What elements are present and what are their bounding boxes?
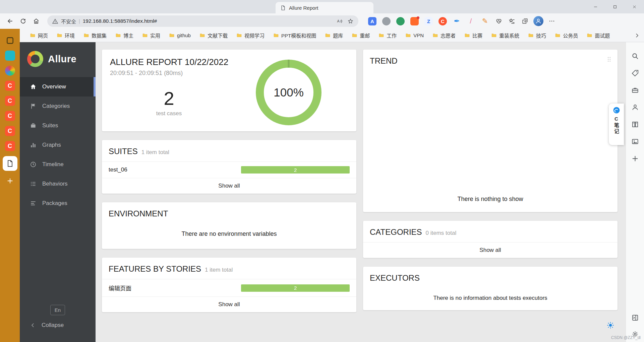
sidebar-item-categories[interactable]: Categories — [20, 96, 96, 116]
profile-avatar[interactable] — [533, 16, 543, 26]
sidebar-item-graphs[interactable]: Graphs — [20, 135, 96, 155]
bookmarks-overflow-icon[interactable] — [634, 32, 640, 39]
teal-app-icon[interactable] — [5, 51, 15, 61]
contacts-icon[interactable] — [631, 104, 639, 111]
folder-icon — [378, 32, 384, 38]
refresh-button[interactable] — [17, 15, 29, 27]
categories-show-all[interactable]: Show all — [363, 242, 618, 258]
quill-ext-icon[interactable]: ✎ — [481, 17, 489, 25]
bookmark-label: 志愿者 — [441, 32, 456, 39]
bookmark-folder[interactable]: 志愿者 — [432, 32, 456, 39]
security-warning-icon[interactable] — [52, 18, 58, 24]
favorites-icon[interactable] — [506, 15, 518, 27]
sidebar-item-packages[interactable]: Packages — [20, 194, 96, 213]
search-icon[interactable] — [631, 52, 639, 60]
suite-name: test_06 — [109, 166, 241, 173]
report-content: ALLURE REPORT 10/22/2022 20:09:51 - 20:0… — [96, 42, 626, 342]
document-app-icon[interactable] — [3, 156, 17, 171]
translate-ext-icon[interactable]: A — [368, 17, 376, 25]
collapse-button[interactable]: Collapse — [20, 322, 96, 342]
close-button[interactable] — [625, 0, 644, 13]
csdn-ext-icon[interactable]: C — [438, 17, 447, 25]
feature-row[interactable]: 编辑页面 2 — [102, 279, 356, 296]
bookmark-folder[interactable]: 工作 — [378, 32, 397, 39]
executors-header: EXECUTORS — [363, 267, 618, 288]
orange-ext-icon[interactable] — [410, 17, 419, 25]
note-widget[interactable]: C笔记 — [609, 104, 624, 145]
pink-ext-icon[interactable]: / — [467, 17, 475, 25]
toolbox-icon[interactable] — [631, 86, 639, 94]
testcase-stat: 2 test cases — [141, 89, 196, 117]
browser-toolbar: 不安全 | 192.168.80.1:58857/index.html# A A… — [0, 13, 644, 29]
bookmark-folder[interactable]: 网页 — [30, 32, 48, 39]
csdn-app-icon-2[interactable]: C — [5, 96, 15, 106]
add-sidebar-app-icon[interactable] — [631, 155, 639, 162]
features-show-all[interactable]: Show all — [102, 296, 356, 312]
bookmark-folder[interactable]: 视频学习 — [236, 32, 265, 39]
bookmark-folder[interactable]: 重邮 — [352, 32, 370, 39]
bookmark-folder[interactable]: 环境 — [57, 32, 75, 39]
sidebar-item-overview[interactable]: Overview — [20, 77, 96, 96]
back-button[interactable] — [4, 15, 16, 27]
z-ext-icon[interactable]: Z — [424, 17, 433, 25]
read-aloud-icon[interactable]: A — [336, 18, 343, 24]
maximize-button[interactable] — [605, 0, 625, 13]
bookmark-folder[interactable]: 公务员 — [555, 32, 578, 39]
folder-icon — [405, 32, 411, 38]
sidebar-item-behaviors[interactable]: Behaviors — [20, 174, 96, 194]
home-button[interactable] — [30, 15, 42, 27]
bookmark-folder[interactable]: 数据集 — [83, 32, 107, 39]
folder-icon — [464, 32, 470, 38]
bookmark-folder[interactable]: PPT模板和视图 — [273, 32, 316, 39]
flag-icon — [30, 103, 37, 110]
language-button[interactable]: En — [50, 305, 65, 315]
browser-essentials-icon[interactable] — [493, 15, 505, 27]
csdn-app-icon-1[interactable]: C — [5, 81, 15, 91]
minimize-button[interactable] — [586, 0, 605, 13]
bookmark-folder[interactable]: VPN — [405, 32, 424, 38]
open-sidebar-icon[interactable] — [631, 314, 639, 322]
bookmark-folder[interactable]: 技巧 — [528, 32, 546, 39]
add-app-icon[interactable] — [5, 176, 15, 186]
bookmark-folder[interactable]: 题库 — [325, 32, 343, 39]
more-menu-icon[interactable] — [546, 15, 558, 27]
suite-row[interactable]: test_06 2 — [102, 161, 356, 178]
sidebar-item-suites[interactable]: Suites — [20, 116, 96, 135]
bookmark-folder[interactable]: 重装系统 — [491, 32, 519, 39]
trend-header: TREND — [363, 50, 618, 71]
tag-icon[interactable] — [631, 69, 639, 77]
address-bar[interactable]: 不安全 | 192.168.80.1:58857/index.html# A — [47, 15, 358, 27]
bookmark-folder[interactable]: 文献下载 — [199, 32, 228, 39]
feather-ext-icon[interactable]: ✒ — [453, 17, 461, 25]
tab-title: Allure Report — [289, 5, 318, 11]
screenshot-icon[interactable] — [631, 138, 639, 145]
green-ext-icon[interactable] — [396, 17, 405, 25]
brand-name: Allure — [48, 54, 76, 65]
csdn-app-icon-3[interactable]: C — [5, 111, 15, 121]
drag-handle-icon[interactable] — [605, 56, 613, 63]
gray-ext-icon[interactable] — [382, 17, 391, 25]
favorite-star-icon[interactable] — [347, 18, 354, 24]
features-header: FEATURES BY STORIES 1 item total — [102, 258, 356, 279]
feature-passed-count: 2 — [294, 285, 297, 291]
bullets-icon — [30, 181, 37, 187]
workspaces-icon[interactable] — [5, 36, 15, 46]
bookmark-folder[interactable]: 实用 — [142, 32, 160, 39]
pass-rate-donut[interactable]: 100% — [255, 59, 322, 126]
library-icon[interactable] — [631, 121, 639, 128]
sidebar-item-timeline[interactable]: Timeline — [20, 155, 96, 174]
bookmark-folder[interactable]: 比赛 — [464, 32, 482, 39]
brightness-sun-icon[interactable] — [606, 321, 614, 329]
colorful-app-icon[interactable] — [5, 66, 15, 76]
categories-header: CATEGORIES 0 items total — [363, 221, 618, 242]
bookmark-folder[interactable]: 面试题 — [587, 32, 610, 39]
collections-icon[interactable] — [519, 15, 531, 27]
bookmark-label: 技巧 — [536, 32, 546, 39]
browser-tab[interactable]: Allure Report — [276, 2, 373, 13]
bookmark-label: 实用 — [150, 32, 160, 39]
csdn-app-icon-5[interactable]: C — [5, 141, 15, 151]
bookmark-folder[interactable]: 博主 — [115, 32, 133, 39]
bookmark-folder[interactable]: github — [169, 32, 191, 38]
csdn-app-icon-4[interactable]: C — [5, 126, 15, 136]
suites-show-all[interactable]: Show all — [102, 178, 356, 194]
